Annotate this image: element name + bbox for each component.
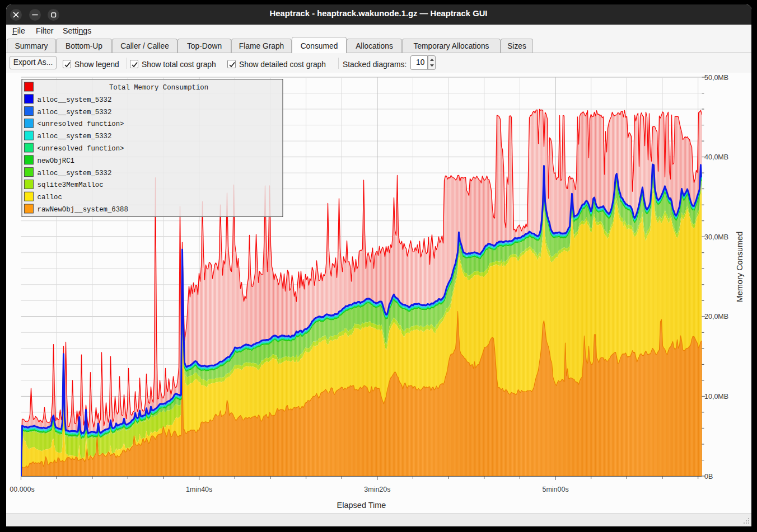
svg-text:3min20s: 3min20s — [364, 486, 390, 493]
svg-text:sqlite3MemMalloc: sqlite3MemMalloc — [37, 181, 103, 189]
svg-text:rawNewObj__system_6388: rawNewObj__system_6388 — [37, 206, 128, 214]
svg-text:20,0MB: 20,0MB — [704, 313, 728, 321]
svg-text:calloc: calloc — [37, 194, 62, 201]
svg-text:<unresolved function>: <unresolved function> — [37, 145, 124, 153]
svg-text:alloc__system_5332: alloc__system_5332 — [37, 109, 111, 116]
svg-text:newObjRC1: newObjRC1 — [37, 157, 74, 165]
svg-text:40,0MB: 40,0MB — [704, 153, 728, 161]
svg-text:0B: 0B — [704, 473, 713, 481]
svg-text:Elapsed Time: Elapsed Time — [337, 501, 386, 510]
svg-text:<unresolved function>: <unresolved function> — [37, 120, 124, 128]
svg-text:1min40s: 1min40s — [186, 486, 212, 493]
svg-text:alloc__system_5332: alloc__system_5332 — [37, 170, 111, 177]
svg-text:50,0MB: 50,0MB — [704, 74, 728, 82]
svg-text:10,0MB: 10,0MB — [704, 393, 728, 401]
svg-text:alloc__system_5332: alloc__system_5332 — [37, 133, 111, 140]
svg-text:5min00s: 5min00s — [542, 486, 568, 493]
svg-text:alloc__system_5332: alloc__system_5332 — [37, 96, 111, 104]
svg-text:Memory Consumed: Memory Consumed — [735, 232, 744, 303]
svg-text:00.000s: 00.000s — [10, 486, 34, 493]
svg-text:30,0MB: 30,0MB — [704, 233, 728, 241]
svg-text:Total Memory Consumption: Total Memory Consumption — [109, 84, 208, 92]
